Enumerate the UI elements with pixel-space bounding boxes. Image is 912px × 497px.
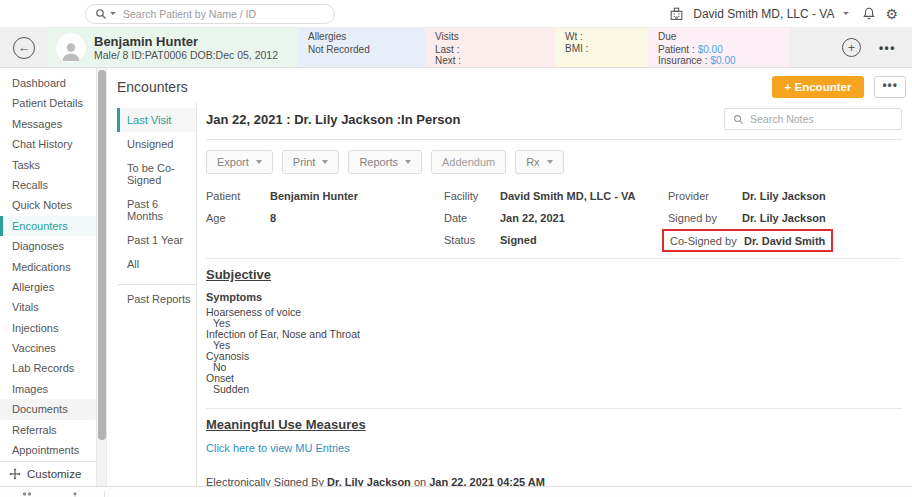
signed-by-name: Dr. Lily Jackson: [327, 476, 411, 486]
due-section[interactable]: Due Patient :$0.00 Insurance :$0.00: [648, 28, 790, 67]
age-value: 8: [270, 212, 276, 224]
vitals-section[interactable]: Wt : BMI :: [555, 28, 648, 67]
patient-avatar: [56, 33, 86, 63]
sidebar-item-medications[interactable]: Medications: [0, 257, 96, 277]
signed-by-label: Signed by: [668, 212, 742, 224]
patient-sidebar: Dashboard Patient Details Messages Chat …: [0, 68, 96, 486]
subnav-past-6-months[interactable]: Past 6 Months: [117, 192, 196, 228]
cosigned-by-value: Dr. David Smith: [744, 235, 825, 247]
search-type-caret-icon[interactable]: [110, 12, 116, 15]
patient-bar-more-icon[interactable]: •••: [879, 41, 896, 55]
back-button[interactable]: ←: [13, 37, 35, 59]
sidebar-item-appointments[interactable]: Appointments: [0, 440, 96, 460]
sidebar-item-encounters[interactable]: Encounters: [0, 216, 96, 236]
due-insurance-value: $0.00: [710, 55, 735, 67]
sidebar-item-injections[interactable]: Injections: [0, 318, 96, 338]
cosigned-by-label: Co-Signed by: [670, 235, 744, 247]
facility-value: David Smith MD, LLC - VA: [500, 190, 635, 202]
smart-chat-hint[interactable]: Here is your Smart Chat (Ctrl+Space): [105, 491, 296, 497]
encounters-more-button[interactable]: •••: [874, 76, 906, 98]
notifications-bell-icon[interactable]: [862, 6, 876, 21]
patient-demographics: Male/ 8 ID:PAT0006 DOB:Dec 05, 2012: [94, 49, 278, 62]
plus-icon: +: [848, 41, 855, 55]
subnav-last-visit[interactable]: Last Visit: [117, 108, 196, 132]
addendum-button[interactable]: Addendum: [431, 150, 506, 174]
sidebar-item-recalls[interactable]: Recalls: [0, 175, 96, 195]
smart-chat-bar: Here is your Smart Chat (Ctrl+Space): [0, 486, 912, 497]
subnav-to-be-cosigned[interactable]: To be Co-Signed: [117, 156, 196, 192]
sidebar-scrollbar[interactable]: [96, 68, 107, 486]
practice-chevron-down-icon[interactable]: [843, 12, 849, 15]
sidebar-item-allergies[interactable]: Allergies: [0, 277, 96, 297]
signed-by-value: Dr. Lily Jackson: [742, 212, 826, 224]
sidebar-item-referrals[interactable]: Referrals: [0, 420, 96, 440]
symptoms-heading: Symptoms: [206, 291, 902, 303]
sidebar-item-lab-records[interactable]: Lab Records: [0, 358, 96, 378]
subnav-all[interactable]: All: [117, 252, 196, 276]
add-button[interactable]: +: [842, 38, 861, 57]
symptom-value: Yes: [206, 340, 902, 351]
sidebar-item-vitals[interactable]: Vitals: [0, 297, 96, 317]
patient-search-input[interactable]: Search Patient by Name / ID: [85, 4, 335, 24]
section-divider: [206, 408, 902, 409]
settings-gear-icon[interactable]: ⚙: [885, 7, 898, 21]
clinic-building-icon: [669, 6, 684, 21]
sidebar-scrollbar-thumb[interactable]: [98, 70, 106, 440]
symptom-name: Onset: [206, 373, 902, 384]
sidebar-item-images[interactable]: Images: [0, 379, 96, 399]
encounter-title: Jan 22, 2021 : Dr. Lily Jackson :In Pers…: [206, 112, 460, 127]
symptom-value: Sudden: [206, 384, 902, 395]
reports-button[interactable]: Reports: [348, 150, 422, 174]
subnav-past-1-year[interactable]: Past 1 Year: [117, 228, 196, 252]
search-notes-input[interactable]: Search Notes: [724, 108, 902, 130]
chevron-down-icon: [256, 160, 262, 164]
sidebar-item-patient-details[interactable]: Patient Details: [0, 93, 96, 113]
mu-heading: Meaningful Use Measures: [206, 417, 902, 432]
status-value: Signed: [500, 234, 537, 246]
allergies-section[interactable]: Allergies Not Recorded: [298, 28, 425, 67]
symptoms-list: Hoarseness of voice Yes Infection of Ear…: [206, 307, 902, 395]
more-ellipsis-icon: •••: [882, 78, 898, 92]
sidebar-item-dashboard[interactable]: Dashboard: [0, 73, 96, 93]
patient-search-placeholder: Search Patient by Name / ID: [123, 8, 256, 20]
sidebar-item-diagnoses[interactable]: Diagnoses: [0, 236, 96, 256]
mu-entries-link[interactable]: Click here to view MU Entries: [206, 442, 350, 454]
customize-button[interactable]: Customize: [0, 461, 96, 486]
date-label: Date: [444, 212, 500, 224]
rx-button[interactable]: Rx: [515, 150, 563, 174]
age-label: Age: [206, 212, 270, 224]
encounters-subnav: Last Visit Unsigned To be Co-Signed Past…: [117, 103, 197, 486]
section-divider: [206, 258, 902, 259]
encounter-detail: Jan 22, 2021 : Dr. Lily Jackson :In Pers…: [197, 103, 906, 486]
sidebar-item-messages[interactable]: Messages: [0, 114, 96, 134]
subnav-unsigned[interactable]: Unsigned: [117, 132, 196, 156]
facility-label: Facility: [444, 190, 500, 202]
provider-label: Provider: [668, 190, 742, 202]
new-encounter-button[interactable]: + Encounter: [772, 76, 865, 98]
chevron-down-icon: [405, 160, 411, 164]
print-button[interactable]: Print: [282, 150, 340, 174]
sidebar-item-quick-notes[interactable]: Quick Notes: [0, 195, 96, 215]
visits-section[interactable]: Visits Last : Next :: [425, 28, 555, 67]
back-arrow-icon: ←: [18, 40, 31, 55]
sidebar-item-chat-history[interactable]: Chat History: [0, 134, 96, 154]
chevron-down-icon: [322, 160, 328, 164]
visits-next-label: Next :: [435, 55, 545, 67]
sidebar-item-documents[interactable]: Documents: [0, 399, 96, 419]
user-icon[interactable]: [70, 491, 80, 497]
visits-label: Visits: [435, 31, 545, 43]
export-button[interactable]: Export: [206, 150, 273, 174]
sidebar-item-vaccines[interactable]: Vaccines: [0, 338, 96, 358]
search-notes-placeholder: Search Notes: [750, 113, 814, 125]
practice-name[interactable]: David Smith MD, LLC - VA: [693, 7, 834, 21]
contacts-group-icon[interactable]: [20, 491, 34, 497]
patient-info-section[interactable]: Benjamin Hunter Male/ 8 ID:PAT0006 DOB:D…: [48, 28, 298, 67]
weight-label: Wt :: [565, 31, 638, 43]
sidebar-item-tasks[interactable]: Tasks: [0, 155, 96, 175]
subjective-heading: Subjective: [206, 267, 902, 282]
due-label: Due: [658, 31, 780, 43]
subnav-divider: [117, 284, 196, 285]
allergies-value: Not Recorded: [308, 44, 415, 56]
patient-label: Patient: [206, 190, 270, 202]
subnav-past-reports[interactable]: Past Reports: [117, 287, 196, 311]
